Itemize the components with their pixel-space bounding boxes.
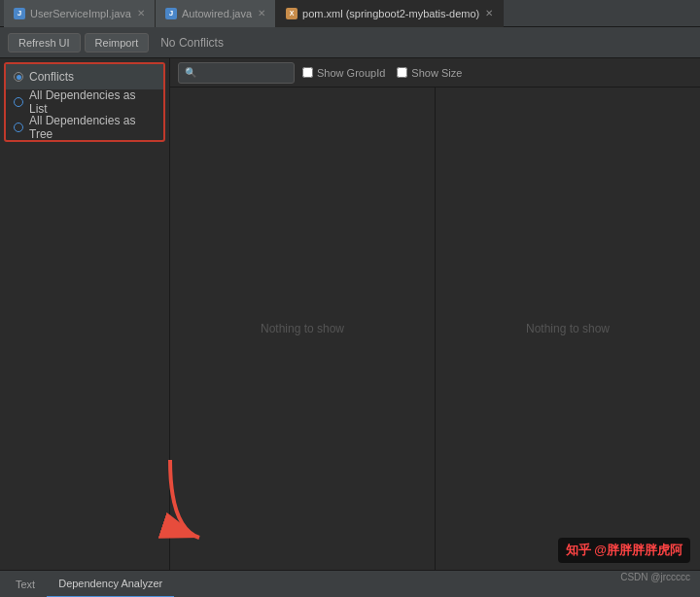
checkbox-group: Show GroupId Show Size xyxy=(302,67,462,79)
reimport-button[interactable]: Reimport xyxy=(85,33,150,53)
left-panel: Conflicts All Dependencies as List All D… xyxy=(0,58,170,570)
filters-row: 🔍 Show GroupId Show Size xyxy=(170,58,700,88)
search-input[interactable] xyxy=(199,67,288,79)
radio-conflicts xyxy=(14,72,23,82)
nav-list: Conflicts All Dependencies as List All D… xyxy=(4,62,165,142)
tab-bar: J UserServiceImpl.java ✕ J Autowired.jav… xyxy=(0,0,700,27)
bottom-tabs: Text Dependency Analyzer xyxy=(0,570,700,597)
content-area: Nothing to show Nothing to show xyxy=(170,88,700,570)
search-box[interactable]: 🔍 xyxy=(178,62,295,84)
toolbar: Refresh UI Reimport No Conflicts xyxy=(0,27,700,58)
no-conflicts-label: No Conflicts xyxy=(160,36,224,50)
watermark-sub: CSDN @jrccccc xyxy=(620,572,690,582)
arrow-indicator xyxy=(151,450,228,550)
nav-all-list-label: All Dependencies as List xyxy=(29,88,156,116)
xml-icon: X xyxy=(286,8,298,19)
tab-pom-label: pom.xml (springboot2-mybatis-demo) xyxy=(302,8,479,19)
watermark: 知乎 @胖胖胖胖虎阿 xyxy=(558,538,690,563)
close-icon-2[interactable]: ✕ xyxy=(258,8,265,18)
radio-all-list xyxy=(14,97,23,107)
nav-conflicts-label: Conflicts xyxy=(29,70,74,84)
close-icon[interactable]: ✕ xyxy=(137,8,145,18)
show-size-checkbox[interactable] xyxy=(397,67,407,78)
tab-pom[interactable]: X pom.xml (springboot2-mybatis-demo) ✕ xyxy=(276,0,504,27)
right-empty-text: Nothing to show xyxy=(526,322,610,335)
show-groupid-checkbox[interactable] xyxy=(302,67,313,78)
nav-all-tree-label: All Dependencies as Tree xyxy=(29,114,156,141)
nav-item-all-tree[interactable]: All Dependencies as Tree xyxy=(6,115,163,140)
tab-autowired[interactable]: J Autowired.java ✕ xyxy=(156,0,276,27)
nav-item-conflicts[interactable]: Conflicts xyxy=(6,64,163,89)
close-icon-3[interactable]: ✕ xyxy=(485,8,493,18)
main-area: Conflicts All Dependencies as List All D… xyxy=(0,58,700,570)
right-content-panel: Nothing to show xyxy=(436,88,700,570)
tab-userservice[interactable]: J UserServiceImpl.java ✕ xyxy=(4,0,156,27)
show-size-label[interactable]: Show Size xyxy=(397,67,462,79)
radio-all-tree xyxy=(14,123,23,132)
tab-autowired-label: Autowired.java xyxy=(182,8,252,19)
java-icon: J xyxy=(14,8,25,19)
right-area: 🔍 Show GroupId Show Size Nothing to show xyxy=(170,58,700,570)
bottom-tab-dependency-analyzer[interactable]: Dependency Analyzer xyxy=(47,571,174,598)
tab-userservice-label: UserServiceImpl.java xyxy=(30,8,131,19)
bottom-tab-text[interactable]: Text xyxy=(4,571,47,598)
nav-item-all-list[interactable]: All Dependencies as List xyxy=(6,89,163,115)
show-groupid-label[interactable]: Show GroupId xyxy=(302,67,385,79)
refresh-ui-button[interactable]: Refresh UI xyxy=(8,33,81,53)
left-empty-text: Nothing to show xyxy=(261,322,344,335)
java-icon-2: J xyxy=(165,8,177,19)
search-icon: 🔍 xyxy=(185,67,196,78)
